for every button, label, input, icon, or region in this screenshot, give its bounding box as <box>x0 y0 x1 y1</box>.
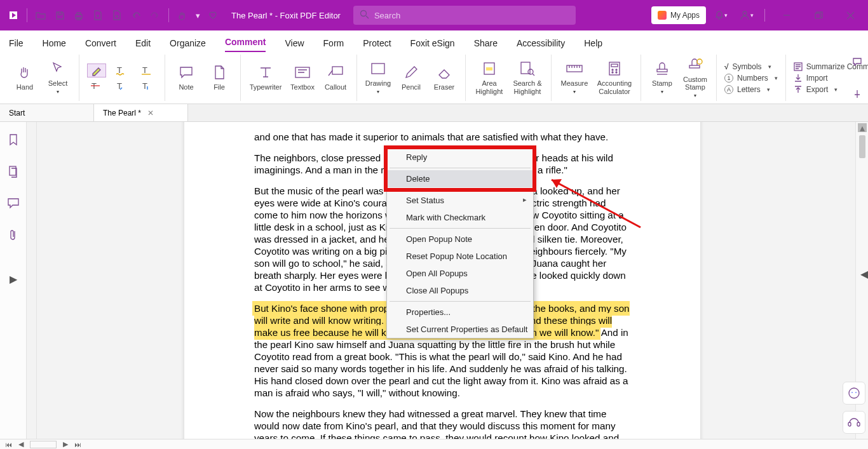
menu-edit[interactable]: Edit <box>135 38 151 52</box>
close-button[interactable] <box>836 0 864 30</box>
page-number-field[interactable] <box>30 441 57 448</box>
search-icon <box>360 10 369 21</box>
search-input[interactable] <box>374 11 569 20</box>
replace-text-tool[interactable]: T <box>112 79 132 93</box>
measure-icon <box>566 60 583 77</box>
pencil-tool[interactable]: Pencil <box>395 63 427 92</box>
save-icon[interactable] <box>51 7 68 23</box>
attachments-icon[interactable] <box>6 227 21 243</box>
hand-dropdown-icon[interactable] <box>174 7 191 23</box>
sb-last[interactable]: ⏭ <box>74 441 81 448</box>
menu-comment[interactable]: Comment <box>225 37 266 52</box>
file-attach-tool[interactable]: File <box>203 63 235 92</box>
numbers-menu[interactable]: 1Numbers <box>722 74 780 83</box>
svg-point-29 <box>855 392 857 393</box>
minimize-button[interactable] <box>773 0 801 30</box>
close-tab-icon[interactable]: ✕ <box>147 109 154 117</box>
strikeout-tool[interactable]: T <box>87 79 106 93</box>
menu-convert[interactable]: Convert <box>85 38 116 52</box>
insert-text-tool[interactable]: T <box>138 79 157 93</box>
note-icon <box>178 64 194 81</box>
ctx-reply[interactable]: Reply <box>387 149 533 166</box>
sb-first[interactable]: ⏮ <box>5 441 12 448</box>
menu-share[interactable]: Share <box>474 38 498 52</box>
page-add-icon[interactable] <box>90 7 106 23</box>
comments-pane-icon[interactable] <box>850 55 864 69</box>
pencil-icon <box>403 64 419 81</box>
doc-tab-pearl[interactable]: The Pearl *✕ <box>94 104 188 121</box>
pin-ribbon-icon[interactable] <box>850 87 864 101</box>
svg-point-24 <box>697 59 702 64</box>
calc-tool[interactable]: Accounting Calculator <box>593 59 635 96</box>
custom-stamp-tool[interactable]: Custom Stamp▾ <box>679 55 711 100</box>
area-highlight-tool[interactable]: Area Highlight <box>471 59 508 96</box>
support-icon[interactable] <box>843 411 865 434</box>
ctx-close-all[interactable]: Close All Popups <box>387 282 533 299</box>
ctx-reset-popup[interactable]: Reset Popup Note Location <box>387 248 533 265</box>
squiggly-tool[interactable]: T <box>112 64 132 77</box>
svg-text:T: T <box>142 81 147 91</box>
status-bar: ⏮ ◀ ▶ ⏭ <box>0 439 868 449</box>
hand-icon <box>17 64 33 81</box>
hand-tool[interactable]: Hand <box>9 63 41 92</box>
symbols-menu[interactable]: √Symbols <box>722 62 780 71</box>
menu-accessibility[interactable]: Accessibility <box>517 38 565 52</box>
typewriter-tool[interactable]: Typewriter <box>246 63 285 92</box>
search-box[interactable] <box>353 6 576 25</box>
svg-point-18 <box>612 69 613 70</box>
comments-icon[interactable] <box>6 196 21 211</box>
menu-help[interactable]: Help <box>584 38 602 52</box>
stamp-icon <box>654 60 670 77</box>
note-tool[interactable]: Note <box>170 63 202 92</box>
expand-panel-icon[interactable]: ▶ <box>6 271 21 286</box>
open-icon[interactable] <box>32 7 49 23</box>
hand-dropdown-caret-icon[interactable]: ▾ <box>193 7 202 23</box>
undo-icon[interactable] <box>128 7 144 23</box>
menu-home[interactable]: Home <box>43 38 66 52</box>
select-tool[interactable]: Select▾ <box>42 59 74 97</box>
ctx-open-all[interactable]: Open All Popups <box>387 265 533 282</box>
menu-organize[interactable]: Organize <box>170 38 206 52</box>
sb-next[interactable]: ▶ <box>63 440 68 448</box>
menu-protect[interactable]: Protect <box>363 38 391 52</box>
restore-button[interactable] <box>804 0 832 30</box>
titlebar: ▾ The Pearl * - Foxit PDF Editor My Apps… <box>0 0 868 30</box>
ctx-set-status[interactable]: Set Status <box>387 192 533 209</box>
ctx-properties[interactable]: Properties... <box>387 304 533 321</box>
drawing-tool[interactable]: Drawing▾ <box>362 59 394 97</box>
typewriter-icon <box>257 64 274 81</box>
sb-prev[interactable]: ◀ <box>18 440 24 448</box>
menu-form[interactable]: Form <box>323 38 344 52</box>
measure-tool[interactable]: Measure▾ <box>557 59 592 97</box>
textbox-tool[interactable]: Textbox <box>287 63 318 92</box>
redo-icon[interactable] <box>147 7 163 23</box>
menu-view[interactable]: View <box>285 38 304 52</box>
callout-tool[interactable]: Callout <box>320 63 351 92</box>
bell-icon[interactable]: ▾ <box>710 0 731 30</box>
search-highlight-tool[interactable]: Search & Highlight <box>509 59 546 96</box>
ctx-mark-check[interactable]: Mark with Checkmark <box>387 209 533 226</box>
svg-rect-17 <box>611 64 618 67</box>
user-icon[interactable]: ▾ <box>735 0 757 30</box>
start-tab[interactable]: Start <box>0 104 94 121</box>
assistant-icon[interactable] <box>843 382 865 405</box>
pages-icon[interactable] <box>6 164 21 179</box>
underline-tool[interactable]: T <box>138 64 157 77</box>
ctx-set-default[interactable]: Set Current Properties as Default <box>387 321 533 338</box>
menu-file[interactable]: File <box>9 38 24 52</box>
document-title: The Pearl * - Foxit PDF Editor <box>231 11 341 20</box>
favorite-icon[interactable] <box>205 7 221 23</box>
menu-esign[interactable]: Foxit eSign <box>410 38 455 52</box>
ctx-open-popup[interactable]: Open Popup Note <box>387 231 533 248</box>
print-icon[interactable] <box>71 7 87 23</box>
ctx-delete[interactable]: Delete <box>387 170 533 187</box>
app-logo-icon[interactable] <box>5 7 22 23</box>
bookmarks-icon[interactable] <box>6 132 21 147</box>
page-x-icon[interactable] <box>109 7 125 23</box>
letters-menu[interactable]: ALetters <box>722 85 780 94</box>
highlight-tool[interactable] <box>87 64 106 77</box>
stamp-tool[interactable]: Stamp▾ <box>646 59 678 97</box>
my-apps-button[interactable]: My Apps <box>651 6 706 24</box>
eraser-tool[interactable]: Eraser <box>428 63 460 92</box>
collapse-right-icon[interactable]: ◀ <box>860 268 868 280</box>
